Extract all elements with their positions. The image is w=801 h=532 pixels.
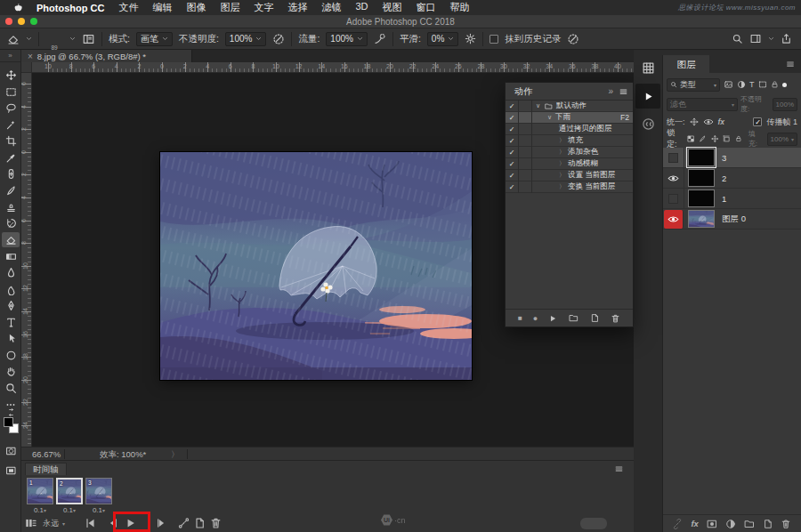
layer-visibility-empty[interactable]	[663, 148, 684, 168]
disclosure-caret[interactable]: 〉	[559, 171, 565, 180]
next-frame-button[interactable]	[155, 517, 168, 529]
disclosure-caret[interactable]: ∨	[535, 102, 541, 109]
menu-item-2[interactable]: 图像	[186, 1, 206, 14]
layer-thumbnail[interactable]	[688, 210, 715, 228]
toggle-brush-panel-icon[interactable]	[82, 33, 95, 45]
action-row-0[interactable]: ✓∨默认动作	[506, 101, 633, 112]
menu-item-0[interactable]: 文件	[118, 1, 138, 14]
opacity-select[interactable]: 100%	[225, 32, 267, 46]
swap-colors-icon[interactable]	[2, 407, 20, 416]
layer-thumbnail[interactable]	[688, 189, 715, 207]
dock-play-panel[interactable]	[635, 84, 660, 109]
link-layers-icon[interactable]	[672, 519, 683, 529]
menu-item-3[interactable]: 图层	[220, 1, 239, 14]
layer-visibility-empty[interactable]	[663, 189, 684, 209]
document-image[interactable]	[160, 152, 472, 380]
smoothing-select[interactable]: 0%	[427, 32, 458, 46]
marquee-tool[interactable]	[2, 85, 20, 100]
layer-row-3[interactable]: 3	[663, 148, 801, 168]
disclosure-caret[interactable]: 〉	[559, 136, 565, 145]
record-icon[interactable]: ●	[533, 314, 538, 323]
frame-thumbnail[interactable]: 3	[85, 478, 112, 504]
action-dialog-toggle[interactable]	[519, 147, 532, 158]
menu-item-5[interactable]: 选择	[287, 1, 307, 14]
airbrush-icon[interactable]	[374, 33, 386, 45]
tab-timeline[interactable]: 时间轴	[25, 463, 67, 475]
pressure-opacity-icon[interactable]	[272, 33, 285, 45]
mode-select[interactable]: 画笔	[136, 32, 173, 46]
layer-visibility-eye[interactable]	[663, 168, 684, 189]
disclosure-caret[interactable]: ∨	[546, 114, 553, 121]
action-dialog-toggle[interactable]	[519, 124, 532, 135]
search-icon[interactable]	[732, 33, 743, 44]
quick-mask-icon[interactable]	[2, 443, 20, 458]
filter-type-layers-icon[interactable]: T	[749, 80, 755, 89]
eraser-tool[interactable]	[2, 232, 20, 247]
action-dialog-toggle[interactable]	[519, 112, 532, 124]
action-row-2[interactable]: ✓通过拷贝的图层	[506, 124, 633, 135]
collapse-panel-icon[interactable]: »	[608, 86, 613, 96]
zoom-level-field[interactable]: 66.67%	[32, 449, 61, 459]
unify-position-icon[interactable]	[690, 117, 699, 126]
pressure-size-icon[interactable]	[567, 33, 579, 45]
blend-mode-select[interactable]: 滤色▾	[667, 98, 738, 111]
filter-adjustment-layers-icon[interactable]	[737, 80, 746, 89]
tween-button[interactable]	[177, 517, 190, 529]
unify-style-icon[interactable]: fx	[718, 117, 725, 126]
panel-menu-icon[interactable]	[614, 464, 624, 473]
animation-frame-3[interactable]: 30.1▾	[85, 478, 112, 514]
frame-delay[interactable]: 0.1▾	[85, 506, 112, 514]
frame-thumbnail[interactable]: 2	[56, 478, 83, 504]
menu-item-8[interactable]: 视图	[382, 1, 401, 14]
panel-menu-icon[interactable]	[785, 60, 796, 69]
animation-frame-1[interactable]: 10.1▾	[27, 478, 53, 514]
panel-menu-icon[interactable]	[619, 87, 628, 96]
fill-select[interactable]: 100%▾	[767, 133, 797, 146]
action-row-1[interactable]: ✓∨下雨F2	[506, 112, 633, 124]
document-tab[interactable]: × 8.jpg @ 66.7% (3, RGB/8#) *	[21, 50, 192, 62]
layer-row-2[interactable]: 2	[663, 168, 801, 189]
action-check[interactable]: ✓	[506, 147, 519, 158]
layer-visibility-eye-highlighted[interactable]	[664, 210, 684, 229]
tool-preset-eraser-icon[interactable]	[7, 33, 20, 45]
chevron-down-icon[interactable]	[26, 36, 32, 42]
history-brush-tool[interactable]	[2, 216, 20, 231]
quick-selection-tool[interactable]	[2, 117, 20, 133]
apple-icon[interactable]	[12, 3, 22, 13]
foreground-color-swatch[interactable]	[4, 417, 13, 427]
dock-actions-group[interactable]	[635, 57, 660, 78]
new-layer-icon[interactable]	[763, 519, 773, 529]
shape-tool[interactable]	[2, 348, 20, 363]
hand-tool[interactable]	[2, 364, 20, 379]
frame-delay[interactable]: 0.1▾	[56, 506, 83, 514]
menu-item-4[interactable]: 文字	[254, 1, 273, 14]
first-frame-button[interactable]	[84, 517, 97, 529]
menu-item-7[interactable]: 3D	[355, 1, 368, 14]
creative-cloud-button[interactable]	[635, 114, 660, 133]
gear-icon[interactable]	[465, 33, 476, 44]
action-check[interactable]: ✓	[506, 181, 519, 193]
lock-position-icon[interactable]	[711, 134, 719, 143]
filter-shape-layers-icon[interactable]	[758, 80, 767, 89]
action-check[interactable]: ✓	[506, 124, 519, 135]
lasso-tool[interactable]	[2, 101, 20, 116]
animation-frame-2[interactable]: 20.1▾	[56, 478, 83, 514]
delete-action-icon[interactable]	[611, 313, 620, 324]
action-row-7[interactable]: ✓〉变换 当前图层	[506, 181, 633, 193]
menu-item-9[interactable]: 窗口	[416, 1, 435, 14]
add-mask-icon[interactable]	[707, 519, 717, 529]
lock-all-icon[interactable]	[735, 134, 742, 143]
path-select-tool[interactable]	[2, 331, 20, 346]
adjustment-layer-icon[interactable]	[725, 519, 736, 529]
layer-row-1[interactable]: 1	[663, 189, 801, 209]
timeline-scrollbar[interactable]	[580, 518, 607, 529]
share-icon[interactable]	[781, 33, 792, 44]
new-action-icon[interactable]	[590, 313, 600, 323]
lock-pixels-icon[interactable]	[699, 134, 707, 143]
smudge-tool[interactable]	[2, 282, 20, 297]
chevron-down-icon[interactable]	[69, 36, 76, 42]
eyedropper-tool[interactable]	[2, 150, 20, 165]
pen-tool[interactable]	[2, 298, 20, 313]
brush-tool[interactable]	[2, 183, 20, 198]
screen-mode-icon[interactable]	[2, 463, 20, 478]
